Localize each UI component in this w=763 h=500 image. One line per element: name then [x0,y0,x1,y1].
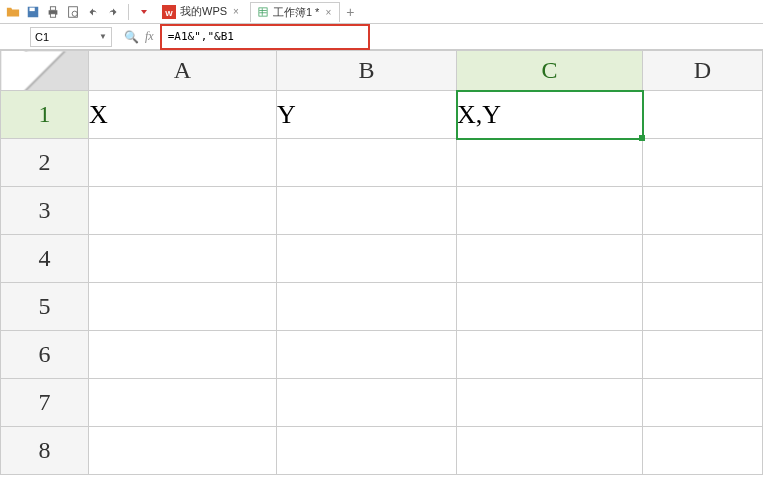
chevron-down-icon[interactable]: ▼ [99,32,107,41]
cell-B3[interactable] [277,187,457,235]
name-box[interactable]: C1 ▼ [30,27,112,47]
cell-C5[interactable] [457,283,643,331]
row-header-4[interactable]: 4 [1,235,89,283]
separator [128,4,129,20]
zoom-icon[interactable]: 🔍 [124,30,139,44]
cell-C3[interactable] [457,187,643,235]
tab-mywps[interactable]: W 我的WPS × [155,2,248,22]
cell-D2[interactable] [643,139,763,187]
row-header-6[interactable]: 6 [1,331,89,379]
svg-point-6 [72,11,77,16]
row-header-7[interactable]: 7 [1,379,89,427]
cell-D3[interactable] [643,187,763,235]
select-all-corner[interactable] [1,51,89,91]
wps-logo-icon: W [162,5,176,19]
cell-D7[interactable] [643,379,763,427]
cell-B8[interactable] [277,427,457,475]
fx-button[interactable]: fx [145,29,154,44]
formula-tools: 🔍 fx [118,29,160,44]
row-header-2[interactable]: 2 [1,139,89,187]
row-header-3[interactable]: 3 [1,187,89,235]
spreadsheet-icon [257,6,269,18]
tab-close-icon[interactable]: × [231,6,241,17]
cell-B1[interactable]: Y [277,91,457,139]
cell-D6[interactable] [643,331,763,379]
col-header-D[interactable]: D [643,51,763,91]
row-header-8[interactable]: 8 [1,427,89,475]
cell-A6[interactable] [89,331,277,379]
svg-rect-3 [50,6,55,10]
cell-C8[interactable] [457,427,643,475]
svg-rect-10 [259,8,267,16]
cell-C1[interactable]: X,Y [457,91,643,139]
tab-workbook[interactable]: 工作簿1 * × [250,2,340,22]
row-header-5[interactable]: 5 [1,283,89,331]
cell-A8[interactable] [89,427,277,475]
cell-A7[interactable] [89,379,277,427]
svg-rect-4 [50,13,55,17]
col-header-B[interactable]: B [277,51,457,91]
add-tab-button[interactable]: + [342,4,358,20]
tab-label: 工作簿1 * [273,5,319,20]
cell-C6[interactable] [457,331,643,379]
formula-bar: C1 ▼ 🔍 fx =A1&","&B1 [0,24,763,50]
cell-A5[interactable] [89,283,277,331]
svg-text:W: W [165,8,173,17]
cell-A2[interactable] [89,139,277,187]
spreadsheet-grid: A B C D 1 X Y X,Y 2 3 4 5 6 7 8 [0,50,763,475]
cell-B7[interactable] [277,379,457,427]
cell-B2[interactable] [277,139,457,187]
cell-A3[interactable] [89,187,277,235]
undo-icon[interactable] [84,3,102,21]
save-icon[interactable] [24,3,42,21]
cell-D5[interactable] [643,283,763,331]
cell-D4[interactable] [643,235,763,283]
cell-D8[interactable] [643,427,763,475]
svg-rect-1 [30,7,35,11]
formula-text: =A1&","&B1 [168,30,234,43]
cell-A1[interactable]: X [89,91,277,139]
cell-A4[interactable] [89,235,277,283]
dropdown-icon[interactable] [135,3,153,21]
cell-C2[interactable] [457,139,643,187]
tab-close-icon[interactable]: × [323,7,333,18]
col-header-A[interactable]: A [89,51,277,91]
open-icon[interactable] [4,3,22,21]
cell-C7[interactable] [457,379,643,427]
cell-B6[interactable] [277,331,457,379]
quick-toolbar: W 我的WPS × 工作簿1 * × + [0,0,763,24]
cell-B5[interactable] [277,283,457,331]
row-header-1[interactable]: 1 [1,91,89,139]
preview-icon[interactable] [64,3,82,21]
cell-C4[interactable] [457,235,643,283]
cell-B4[interactable] [277,235,457,283]
formula-input[interactable]: =A1&","&B1 [160,24,370,50]
col-header-C[interactable]: C [457,51,643,91]
redo-icon[interactable] [104,3,122,21]
name-box-value: C1 [35,31,49,43]
tab-label: 我的WPS [180,4,227,19]
print-icon[interactable] [44,3,62,21]
cell-D1[interactable] [643,91,763,139]
